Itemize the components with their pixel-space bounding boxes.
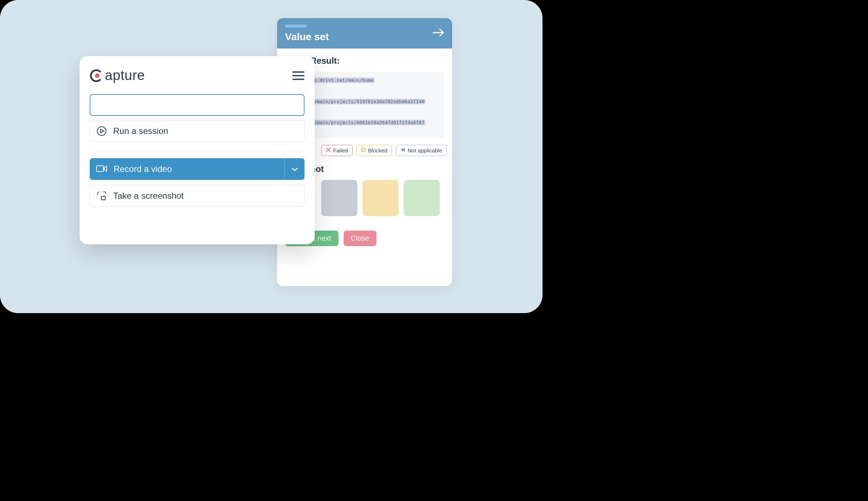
record-dropdown-toggle[interactable]	[284, 158, 305, 180]
thumbnail[interactable]	[404, 180, 440, 216]
thumbnail[interactable]	[362, 180, 399, 216]
x-icon	[326, 147, 331, 153]
logo-mark-icon	[90, 69, 103, 83]
chip-label: Failed	[333, 147, 348, 153]
button-label: Record a video	[114, 164, 172, 174]
blocked-icon	[361, 147, 366, 153]
video-camera-icon	[96, 165, 107, 173]
skip-icon	[400, 147, 405, 153]
run-session-button[interactable]: Run a session	[90, 120, 305, 142]
chip-label: Blocked	[368, 147, 387, 153]
arrow-right-icon[interactable]	[433, 28, 445, 38]
capture-widget: apture Run a session	[80, 56, 315, 244]
divider	[90, 151, 305, 151]
chevron-down-icon	[291, 164, 298, 174]
panel-header: Value set	[277, 18, 452, 49]
screenshot-icon	[97, 191, 107, 201]
screenshot-section-label: hot	[310, 164, 452, 174]
svg-point-7	[95, 73, 99, 77]
svg-marker-14	[104, 166, 107, 171]
svg-marker-12	[101, 129, 104, 133]
panel-title: Value set	[285, 31, 445, 43]
logo-text: apture	[105, 68, 145, 83]
svg-rect-15	[101, 196, 105, 200]
svg-line-4	[362, 148, 365, 151]
hamburger-menu-icon[interactable]	[292, 71, 305, 80]
screenshot-thumbnails	[321, 180, 452, 216]
capture-logo: apture	[90, 68, 145, 83]
status-chip-row: Failed Blocked Not applicable	[321, 145, 452, 156]
drag-handle[interactable]	[285, 25, 307, 28]
take-screenshot-button[interactable]: Take a screenshot	[90, 185, 305, 207]
close-button[interactable]: Close	[344, 231, 376, 246]
status-blocked-chip[interactable]: Blocked	[356, 145, 392, 156]
chip-label: Not applicable	[408, 147, 442, 153]
button-label: Take a screenshot	[113, 191, 184, 201]
svg-rect-13	[97, 166, 103, 172]
session-name-input[interactable]	[90, 94, 305, 116]
record-video-button[interactable]: Record a video	[90, 158, 305, 180]
play-circle-icon	[97, 126, 107, 136]
svg-point-11	[97, 127, 106, 135]
thumbnail[interactable]	[321, 180, 357, 216]
status-na-chip[interactable]: Not applicable	[396, 145, 447, 156]
status-failed-chip[interactable]: Failed	[321, 145, 353, 156]
button-label: Run a session	[113, 126, 168, 136]
